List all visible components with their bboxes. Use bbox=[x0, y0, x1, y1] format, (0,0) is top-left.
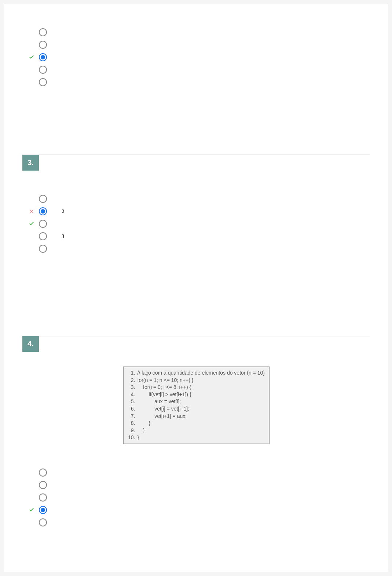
line-number: 7. bbox=[127, 413, 135, 420]
code-line: 9. } bbox=[127, 427, 265, 434]
code-line: 6. vet[i] = vet[i+1]; bbox=[127, 405, 265, 413]
incorrect-mark bbox=[28, 208, 35, 214]
option-label: 2 bbox=[62, 208, 65, 215]
line-text: } bbox=[138, 427, 145, 434]
line-text: } bbox=[138, 420, 151, 427]
line-number: 6. bbox=[127, 405, 135, 413]
quiz-page: 3. 2 bbox=[4, 4, 388, 572]
radio-option[interactable] bbox=[39, 469, 47, 477]
line-number: 2. bbox=[127, 377, 135, 384]
radio-option-selected[interactable] bbox=[39, 53, 47, 61]
radio-option-selected[interactable] bbox=[39, 207, 47, 215]
radio-option[interactable] bbox=[39, 481, 47, 489]
code-line: 3. for(i = 0; i <= 8; i++) { bbox=[127, 384, 265, 391]
question-options-group bbox=[28, 466, 370, 529]
radio-option[interactable] bbox=[39, 195, 47, 203]
option-row bbox=[28, 504, 370, 516]
radio-option[interactable] bbox=[39, 232, 47, 240]
question-divider bbox=[22, 336, 370, 336]
line-number: 5. bbox=[127, 398, 135, 405]
question-number-badge: 3. bbox=[22, 155, 39, 171]
line-text: if(vet[i] > vet[i+1]) { bbox=[138, 391, 191, 398]
question-body: 2 3 bbox=[4, 171, 388, 277]
radio-option[interactable] bbox=[39, 41, 47, 49]
line-number: 4. bbox=[127, 391, 135, 398]
line-number: 9. bbox=[127, 427, 135, 434]
question-options-group bbox=[4, 4, 388, 154]
correct-mark bbox=[28, 507, 35, 513]
radio-option-selected[interactable] bbox=[39, 506, 47, 514]
code-line: 2.for(n = 1; n <= 10; n++) { bbox=[127, 377, 265, 384]
question-body: 1.// laço com a quantidade de elementos … bbox=[4, 352, 388, 551]
code-line: 8. } bbox=[127, 420, 265, 427]
radio-option[interactable] bbox=[39, 28, 47, 36]
option-row bbox=[28, 479, 370, 491]
option-row bbox=[28, 63, 370, 76]
line-text: for(n = 1; n <= 10; n++) { bbox=[138, 377, 194, 384]
check-icon bbox=[29, 507, 34, 513]
option-row bbox=[28, 26, 370, 39]
option-row bbox=[28, 76, 370, 88]
line-number: 8. bbox=[127, 420, 135, 427]
line-text: } bbox=[138, 434, 139, 441]
radio-option[interactable] bbox=[39, 78, 47, 86]
option-row bbox=[28, 193, 370, 205]
check-icon bbox=[29, 54, 34, 60]
line-text: vet[i+1] = aux; bbox=[138, 413, 187, 420]
option-row bbox=[28, 243, 370, 255]
cross-icon bbox=[29, 208, 34, 214]
line-number: 1. bbox=[127, 369, 135, 377]
option-row bbox=[28, 466, 370, 479]
line-text: // laço com a quantidade de elementos do… bbox=[138, 369, 265, 377]
question-divider bbox=[22, 154, 370, 155]
option-row bbox=[28, 39, 370, 51]
code-line: 10.} bbox=[127, 434, 265, 441]
radio-option[interactable] bbox=[39, 518, 47, 526]
option-row: 2 bbox=[28, 205, 370, 218]
option-row bbox=[28, 51, 370, 63]
question-options-group: 2 3 bbox=[28, 193, 370, 255]
line-number: 3. bbox=[127, 384, 135, 391]
radio-option[interactable] bbox=[39, 245, 47, 253]
option-row bbox=[28, 491, 370, 504]
line-number: 10. bbox=[127, 434, 135, 441]
line-text: for(i = 0; i <= 8; i++) { bbox=[138, 384, 191, 391]
question-number-badge: 4. bbox=[22, 336, 39, 352]
radio-option[interactable] bbox=[39, 220, 47, 228]
code-line: 7. vet[i+1] = aux; bbox=[127, 413, 265, 420]
code-line: 4. if(vet[i] > vet[i+1]) { bbox=[127, 391, 265, 398]
code-line: 1.// laço com a quantidade de elementos … bbox=[127, 369, 265, 377]
option-row: 3 bbox=[28, 230, 370, 243]
check-icon bbox=[29, 221, 34, 227]
radio-option[interactable] bbox=[39, 493, 47, 502]
option-row bbox=[28, 516, 370, 529]
code-snippet: 1.// laço com a quantidade de elementos … bbox=[123, 367, 270, 444]
radio-option[interactable] bbox=[39, 66, 47, 74]
line-text: vet[i] = vet[i+1]; bbox=[138, 405, 190, 413]
option-row bbox=[28, 218, 370, 230]
option-label: 3 bbox=[62, 233, 65, 240]
correct-mark bbox=[28, 221, 35, 227]
code-line: 5. aux = vet[i]; bbox=[127, 398, 265, 405]
line-text: aux = vet[i]; bbox=[138, 398, 181, 405]
correct-mark bbox=[28, 54, 35, 60]
